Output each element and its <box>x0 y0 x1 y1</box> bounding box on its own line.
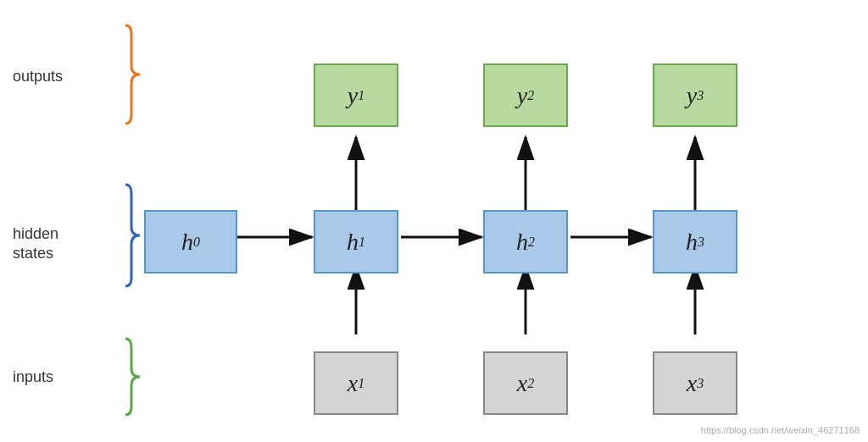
h3-subscript: 3 <box>698 235 704 250</box>
watermark: https://blog.csdn.net/weixin_46271168 <box>701 425 860 435</box>
x3-box: x3 <box>653 351 737 415</box>
h3-box: h3 <box>653 210 737 273</box>
h0-subscript: 0 <box>193 235 200 250</box>
hidden-states-label: hidden states <box>13 224 58 264</box>
h2-subscript: 2 <box>528 235 535 250</box>
x3-subscript: 3 <box>697 376 704 391</box>
y3-subscript: 3 <box>697 88 704 103</box>
h1-subscript: 1 <box>359 235 365 250</box>
y3-box: y3 <box>653 64 737 127</box>
h1-box: h1 <box>314 210 398 273</box>
x2-subscript: 2 <box>527 376 534 391</box>
inputs-label: inputs <box>13 368 53 386</box>
x2-box: x2 <box>483 351 568 415</box>
h0-box: h0 <box>144 210 237 273</box>
x1-subscript: 1 <box>358 376 364 391</box>
y2-subscript: 2 <box>527 88 534 103</box>
y2-box: y2 <box>483 64 568 127</box>
y1-box: y1 <box>314 64 398 127</box>
h2-box: h2 <box>483 210 568 273</box>
y1-subscript: 1 <box>358 88 364 103</box>
rnn-diagram: y1 y2 y3 h0 h1 h2 h3 x1 x2 x3 outputs hi… <box>0 0 868 442</box>
x1-box: x1 <box>314 351 398 415</box>
outputs-label: outputs <box>13 68 63 86</box>
